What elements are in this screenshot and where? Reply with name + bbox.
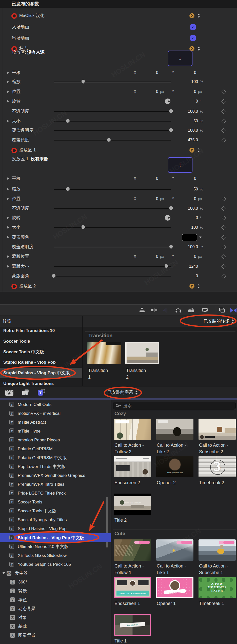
keyframe-diamond-icon[interactable] [221,235,226,240]
titles-sidebar-item[interactable]: Youtube Graphics Pack 165T [0,560,111,569]
title-thumbnail[interactable] [114,419,151,440]
parameter-value[interactable]: 100.0 [175,107,198,116]
keyframe-diamond-icon[interactable] [221,274,226,278]
search-field[interactable] [113,402,236,409]
sidebar-group-generators[interactable]: 发生器 [0,569,111,578]
color-well[interactable] [182,234,197,241]
rotation-dial[interactable] [165,215,170,221]
keyframe-diamond-icon[interactable] [221,245,226,249]
parameter-value[interactable]: 475.0 [175,135,198,145]
photos-audio-icon[interactable]: ♪ [21,389,30,396]
y-value[interactable]: 0 [176,174,196,183]
audio-skimming-icon[interactable] [163,307,170,314]
title-thumbnail[interactable] [156,419,193,440]
parameter-value[interactable]: 50 [175,116,198,126]
clip-skimming-icon[interactable] [188,307,195,314]
slider-thumb[interactable] [169,206,173,210]
parameter-value[interactable]: 100 [175,223,198,232]
parameter-value[interactable]: 0 [175,271,198,281]
keyframe-diamond-icon[interactable] [221,99,226,104]
titles-sidebar-item[interactable]: motionVFX - mVerticalT [0,409,111,418]
x-value[interactable]: 0 [138,194,158,204]
transitions-sidebar-item[interactable]: Stupid Raisins - Vlog Pop [0,357,82,368]
titles-sidebar-item[interactable]: Soccer Tools 中文版T [0,506,111,515]
rotation-dial[interactable] [165,99,170,104]
keyframe-diamond-icon[interactable] [221,119,226,123]
installed-titles-dropdown[interactable]: 已安装的字幕 [107,386,133,399]
image-popup-thumbnail[interactable] [189,284,194,289]
x-value[interactable]: 0 [138,174,158,183]
drop-zone-button[interactable]: ↓ [168,157,192,173]
titles-sidebar-item[interactable]: Ultimate Neons 2.0 中文版T [0,542,111,551]
slider-thumb[interactable] [82,80,85,84]
captions-icon[interactable] [201,307,208,314]
titles-sidebar-item[interactable]: Modern Call-OutsT [0,400,111,409]
generators-sidebar-item[interactable]: 基础 [0,622,111,631]
generators-sidebar-item[interactable]: 单色 [0,595,111,604]
slider-track[interactable] [54,82,171,82]
titles-sidebar-item[interactable]: XEffects Glass SlideshowT [0,551,111,560]
slider-thumb[interactable] [66,119,70,123]
generators-sidebar-item[interactable]: 对象 [0,613,111,622]
titles-sidebar-item[interactable]: Pride LGBTQ Titles PackT [0,489,111,498]
titles-sidebar-item[interactable]: mTitle AbstractT [0,418,111,427]
x-value[interactable]: 0 [138,252,158,261]
title-thumbnail[interactable] [114,456,151,477]
slider-track[interactable] [54,276,171,277]
keyframe-diamond-icon[interactable] [221,254,226,259]
titles-sidebar-item[interactable]: Soccer ToolsT [0,498,111,506]
transition-thumbnail[interactable] [87,342,121,364]
disclosure-triangle-icon[interactable] [7,255,9,258]
keyframe-diamond-icon[interactable] [221,225,226,230]
disclosure-triangle-icon[interactable] [7,217,9,219]
titles-sidebar-item[interactable]: PremiumVFX Grindhouse GraphicsT [0,471,111,480]
media-browser-icon[interactable] [5,389,14,396]
transitions-sidebar-item[interactable]: Retro Film Transitions 10 [0,325,82,336]
parameter-value[interactable]: 0 [175,213,198,223]
keyframe-diamond-icon[interactable] [221,109,226,114]
keyframe-diamond-icon[interactable] [221,264,226,269]
keyframe-diamond-icon[interactable] [221,216,226,220]
parameter-value[interactable]: 100.0 [175,204,198,213]
title-thumbnail[interactable]: Insert your text here [156,456,193,477]
parameter-value[interactable]: 0 [175,96,198,106]
titles-sidebar-item[interactable]: omotion Paper PiecesT [0,436,111,444]
slider-track[interactable] [54,121,171,122]
slider-track[interactable] [54,227,171,228]
drop-zone-button[interactable]: ↓ [168,51,192,66]
disclosure-triangle-icon[interactable] [7,265,9,268]
titles-sidebar-item[interactable]: mTitle HypeT [0,427,111,436]
generators-sidebar-item[interactable]: 图案背景 [0,631,111,640]
slider-track[interactable] [54,140,171,141]
slider-thumb[interactable] [165,264,168,268]
title-thumbnail[interactable]: THANK YOU FOR WATCHING! [114,577,151,598]
y-value[interactable]: 0 [176,194,196,204]
titles-sidebar-item[interactable]: PremiumVFX Intro TitlesT [0,480,111,489]
slider-thumb[interactable] [169,128,173,132]
disclosure-triangle-icon[interactable] [7,198,9,200]
titles-sidebar-item[interactable]: Polaric GetPRISMT [0,444,111,453]
y-value[interactable]: 0 [176,68,196,77]
solo-icon[interactable] [175,307,182,314]
disclosure-triangle-icon[interactable] [7,177,9,180]
disclosure-triangle-icon[interactable] [3,572,5,574]
x-value[interactable]: 0 [138,87,158,96]
image-popup-thumbnail[interactable] [189,148,194,153]
slider-track[interactable] [54,189,171,190]
connect-edit-icon[interactable] [139,307,146,314]
disclosure-triangle-icon[interactable] [7,90,9,93]
insert-edit-icon[interactable] [151,307,158,314]
keyframe-diamond-icon[interactable] [221,206,226,211]
title-thumbnail[interactable]: 3 [199,456,236,477]
slider-thumb[interactable] [66,187,70,191]
slider-thumb[interactable] [52,274,55,278]
parameter-value[interactable]: 100.0 [175,126,198,135]
parameter-value[interactable]: 100 [175,77,198,87]
slider-track[interactable] [54,130,171,131]
title-thumbnail[interactable] [114,539,151,561]
disclosure-triangle-icon[interactable] [7,100,9,103]
keyframe-diamond-icon[interactable] [221,128,226,133]
disclosure-triangle-icon[interactable] [7,226,9,229]
image-popup-thumbnail[interactable] [189,13,194,18]
slider-thumb[interactable] [107,138,111,142]
